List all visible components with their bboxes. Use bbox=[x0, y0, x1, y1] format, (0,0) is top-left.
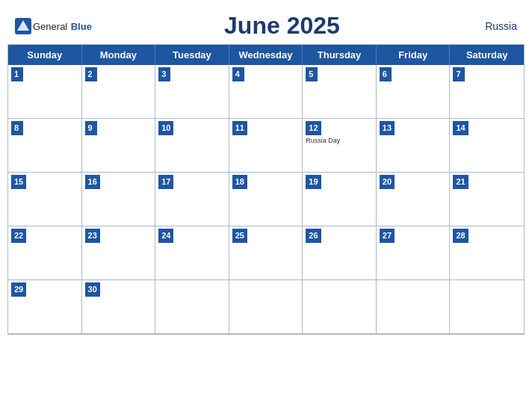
empty-cell bbox=[155, 280, 229, 334]
calendar-title: June 2025 bbox=[92, 12, 472, 40]
calendar-page: General Blue June 2025 Russia Sunday Mon… bbox=[7, 7, 525, 335]
empty-cell bbox=[450, 280, 524, 334]
day-cell: 8 bbox=[8, 119, 82, 173]
generalblue-logo-icon bbox=[15, 18, 31, 34]
day-cell: 15 bbox=[8, 173, 82, 226]
logo-general-text: General bbox=[33, 21, 67, 32]
day-number: 3 bbox=[158, 67, 170, 81]
country-label: Russia bbox=[472, 20, 517, 32]
day-number: 24 bbox=[158, 229, 173, 243]
day-cell: 17 bbox=[155, 173, 229, 226]
empty-cell bbox=[377, 280, 451, 334]
day-number: 16 bbox=[85, 175, 100, 189]
header-monday: Monday bbox=[82, 45, 156, 65]
day-cell: 26 bbox=[303, 226, 377, 280]
event-label: Russia Day bbox=[306, 137, 373, 146]
logo-blue-text: Blue bbox=[71, 21, 92, 32]
day-number: 17 bbox=[158, 175, 173, 189]
day-number: 7 bbox=[453, 67, 465, 81]
calendar-header: General Blue June 2025 Russia bbox=[7, 7, 525, 41]
header-wednesday: Wednesday bbox=[229, 45, 303, 65]
day-number: 23 bbox=[85, 229, 100, 243]
day-number: 22 bbox=[11, 229, 26, 243]
day-cell: 13 bbox=[377, 119, 451, 173]
day-cell: 18 bbox=[229, 173, 303, 226]
day-number: 20 bbox=[380, 175, 395, 189]
day-number: 9 bbox=[85, 121, 97, 135]
day-cell: 22 bbox=[8, 226, 82, 280]
day-cell: 12Russia Day bbox=[303, 119, 377, 173]
day-number: 8 bbox=[11, 121, 23, 135]
day-number: 28 bbox=[453, 229, 468, 243]
day-number: 13 bbox=[380, 121, 395, 135]
day-cell: 27 bbox=[377, 226, 451, 280]
day-cell: 2 bbox=[82, 65, 156, 119]
day-number: 29 bbox=[11, 282, 26, 297]
day-cell: 10 bbox=[155, 119, 229, 173]
day-number: 12 bbox=[306, 121, 321, 135]
day-cell: 23 bbox=[82, 226, 156, 280]
calendar-grid-wrapper: Sunday Monday Tuesday Wednesday Thursday… bbox=[7, 44, 525, 335]
calendar-grid: 123456789101112Russia Day131415161718192… bbox=[8, 65, 524, 334]
empty-cell bbox=[229, 280, 303, 334]
day-cell: 7 bbox=[450, 65, 524, 119]
day-cell: 25 bbox=[229, 226, 303, 280]
day-number: 27 bbox=[380, 229, 395, 243]
day-cell: 19 bbox=[303, 173, 377, 226]
day-cell: 5 bbox=[303, 65, 377, 119]
day-cell: 24 bbox=[155, 226, 229, 280]
day-number: 18 bbox=[232, 175, 247, 189]
day-cell: 3 bbox=[155, 65, 229, 119]
day-number: 30 bbox=[85, 282, 100, 297]
day-number: 2 bbox=[85, 67, 97, 81]
day-number: 19 bbox=[306, 175, 321, 189]
day-number: 1 bbox=[11, 67, 23, 81]
day-number: 21 bbox=[453, 175, 468, 189]
day-number: 5 bbox=[306, 67, 318, 81]
day-cell: 20 bbox=[377, 173, 451, 226]
header-thursday: Thursday bbox=[303, 45, 377, 65]
day-cell: 1 bbox=[8, 65, 82, 119]
header-saturday: Saturday bbox=[450, 45, 524, 65]
header-sunday: Sunday bbox=[8, 45, 82, 65]
day-cell: 30 bbox=[82, 280, 156, 334]
day-cell: 28 bbox=[450, 226, 524, 280]
day-number: 14 bbox=[453, 121, 468, 135]
day-cell: 29 bbox=[8, 280, 82, 334]
day-cell: 16 bbox=[82, 173, 156, 226]
day-cell: 9 bbox=[82, 119, 156, 173]
day-number: 6 bbox=[380, 67, 392, 81]
day-cell: 14 bbox=[450, 119, 524, 173]
day-cell: 21 bbox=[450, 173, 524, 226]
day-cell: 6 bbox=[377, 65, 451, 119]
empty-cell bbox=[303, 280, 377, 334]
day-cell: 11 bbox=[229, 119, 303, 173]
logo: General Blue bbox=[15, 18, 92, 34]
day-number: 11 bbox=[232, 121, 247, 135]
day-number: 4 bbox=[232, 67, 244, 81]
day-number: 10 bbox=[158, 121, 173, 135]
day-headers-row: Sunday Monday Tuesday Wednesday Thursday… bbox=[8, 45, 524, 65]
day-cell: 4 bbox=[229, 65, 303, 119]
day-number: 15 bbox=[11, 175, 26, 189]
day-number: 26 bbox=[306, 229, 321, 243]
header-tuesday: Tuesday bbox=[155, 45, 229, 65]
day-number: 25 bbox=[232, 229, 247, 243]
header-friday: Friday bbox=[377, 45, 451, 65]
